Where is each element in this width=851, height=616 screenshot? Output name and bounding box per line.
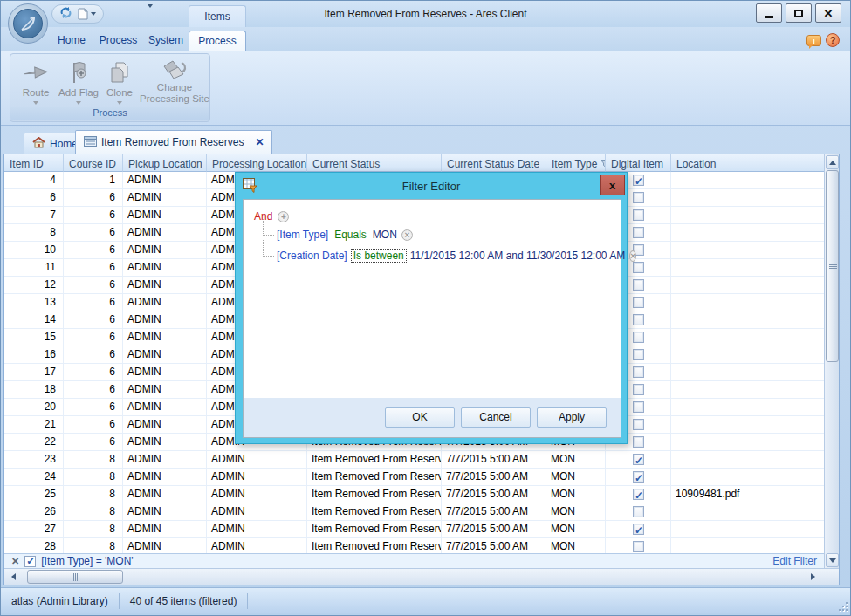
cell-item-id: 17 [4, 364, 64, 381]
digital-item-checkbox[interactable] [633, 192, 644, 203]
digital-item-checkbox[interactable] [633, 366, 644, 378]
table-row[interactable]: 258ADMINADMINItem Removed From Reserves7… [4, 486, 826, 503]
digital-item-checkbox[interactable] [633, 541, 644, 552]
add-flag-dropdown-icon [76, 101, 81, 105]
cell-location [671, 277, 826, 294]
remove-condition-icon[interactable]: × [401, 229, 413, 241]
table-row[interactable]: 238ADMINADMINItem Removed From Reserves7… [4, 451, 826, 469]
cell-pickup-location: ADMIN [123, 189, 207, 207]
condition-field[interactable]: [Creation Date] [277, 250, 347, 262]
column-header-current-status[interactable]: Current Status [307, 154, 442, 172]
table-row[interactable]: 268ADMINADMINItem Removed From Reserves7… [4, 503, 826, 521]
digital-item-checkbox[interactable] [633, 401, 644, 413]
cell-pickup-location: ADMIN [123, 294, 207, 311]
apply-button[interactable]: Apply [537, 407, 607, 428]
condition-value[interactable]: 11/1/2015 12:00 AM and 11/30/2015 12:00 … [410, 250, 625, 262]
ribbon-tab-process-contextual[interactable]: Process [189, 31, 246, 51]
refresh-icon[interactable] [59, 6, 72, 22]
column-header-processing-location[interactable]: Processing Location [207, 154, 307, 172]
scroll-left-icon[interactable] [6, 570, 20, 584]
digital-item-checkbox[interactable] [633, 332, 644, 343]
maximize-button[interactable] [786, 3, 812, 23]
route-button[interactable]: Route [17, 58, 54, 110]
column-header-current-status-date[interactable]: Current Status Date [442, 154, 546, 172]
minimize-button[interactable] [756, 3, 782, 23]
cell-location [671, 434, 826, 451]
digital-item-checkbox[interactable] [633, 279, 644, 291]
cell-location [671, 381, 826, 399]
table-row[interactable]: 248ADMINADMINItem Removed From Reserves7… [4, 469, 826, 486]
doc-tab-item-removed[interactable]: Item Removed From Reserves ✕ [75, 130, 272, 154]
remove-condition-icon[interactable]: × [629, 250, 636, 262]
digital-item-checkbox[interactable] [633, 454, 644, 465]
vertical-scrollbar[interactable] [824, 154, 839, 568]
ok-button[interactable]: OK [385, 407, 455, 428]
digital-item-checkbox[interactable] [633, 506, 644, 517]
add-condition-icon[interactable]: + [278, 211, 289, 222]
cell-pickup-location: ADMIN [123, 224, 207, 242]
qat-customize-icon[interactable] [148, 8, 160, 20]
application-menu-button[interactable] [8, 3, 48, 44]
filter-enabled-checkbox[interactable] [24, 556, 36, 567]
digital-item-checkbox[interactable] [633, 489, 644, 500]
digital-item-checkbox[interactable] [633, 524, 644, 535]
digital-item-checkbox[interactable] [633, 419, 644, 430]
column-header-course-id[interactable]: Course ID [64, 154, 123, 172]
column-header-item-id[interactable]: Item ID [4, 154, 64, 172]
scroll-down-icon[interactable] [826, 553, 839, 567]
digital-item-checkbox[interactable] [633, 227, 644, 238]
column-header-item-type[interactable]: Item Type [546, 154, 606, 172]
doc-tab-active-label: Item Removed From Reserves [101, 136, 244, 148]
column-header-pickup-location[interactable]: Pickup Location [123, 154, 207, 172]
digital-item-checkbox[interactable] [633, 297, 644, 308]
column-header-digital-item[interactable]: Digital Item [606, 154, 671, 172]
resize-grip[interactable] [837, 600, 848, 611]
digital-item-checkbox[interactable] [633, 384, 644, 395]
horizontal-scrollbar-thumb[interactable] [27, 570, 123, 584]
digital-item-checkbox[interactable] [633, 209, 644, 221]
table-row[interactable]: 278ADMINADMINItem Removed From Reserves7… [4, 521, 826, 538]
feedback-icon[interactable]: i [806, 35, 821, 46]
ribbon-tab-system[interactable]: System [143, 31, 189, 51]
column-header-location[interactable]: Location [671, 154, 826, 172]
condition-operator[interactable]: Is between [352, 250, 406, 262]
digital-item-checkbox[interactable] [633, 471, 644, 483]
change-processing-site-button[interactable]: Change Processing Site [140, 58, 209, 110]
close-button[interactable]: ✕ [815, 3, 841, 23]
cell-course-id: 6 [64, 224, 123, 242]
digital-item-checkbox[interactable] [633, 436, 644, 448]
cell-pickup-location: ADMIN [123, 329, 207, 346]
scroll-right-icon[interactable] [806, 570, 820, 584]
cell-course-id: 6 [64, 364, 123, 381]
doc-tab-close-icon[interactable]: ✕ [255, 136, 264, 148]
home-icon [32, 137, 45, 151]
cancel-button[interactable]: Cancel [461, 407, 531, 428]
table-row[interactable]: 288ADMINADMINItem Removed From Reserves7… [4, 538, 826, 553]
clone-button[interactable]: Clone [101, 58, 138, 110]
add-flag-button[interactable]: Add Flag [58, 58, 100, 110]
digital-item-checkbox[interactable] [633, 262, 644, 273]
condition-value[interactable]: MON [373, 229, 397, 241]
cell-current-status-date: 7/7/2015 5:00 AM [442, 538, 546, 553]
digital-item-checkbox[interactable] [633, 349, 644, 360]
cell-course-id: 8 [64, 451, 123, 469]
condition-operator[interactable]: Equals [333, 229, 368, 241]
ribbon-tab-process[interactable]: Process [94, 31, 142, 51]
dialog-close-button[interactable]: x [600, 175, 625, 195]
ribbon-tab-home[interactable]: Home [51, 31, 93, 51]
scroll-up-icon[interactable] [826, 155, 839, 169]
vertical-scrollbar-thumb[interactable] [826, 170, 839, 362]
digital-item-checkbox[interactable] [633, 314, 644, 325]
condition-field[interactable]: [Item Type] [277, 229, 328, 241]
cell-processing-location: ADMIN [207, 451, 307, 469]
cell-location [671, 329, 826, 346]
edit-filter-link[interactable]: Edit Filter [772, 555, 817, 567]
cell-pickup-location: ADMIN [123, 346, 207, 364]
new-item-dropdown-icon[interactable] [91, 12, 96, 16]
digital-item-checkbox[interactable] [633, 175, 644, 186]
help-icon[interactable]: ? [826, 33, 840, 47]
cell-pickup-location: ADMIN [123, 399, 207, 416]
new-item-icon[interactable] [78, 8, 96, 20]
filter-close-icon[interactable]: ✕ [11, 557, 19, 566]
horizontal-scrollbar[interactable] [4, 568, 839, 585]
